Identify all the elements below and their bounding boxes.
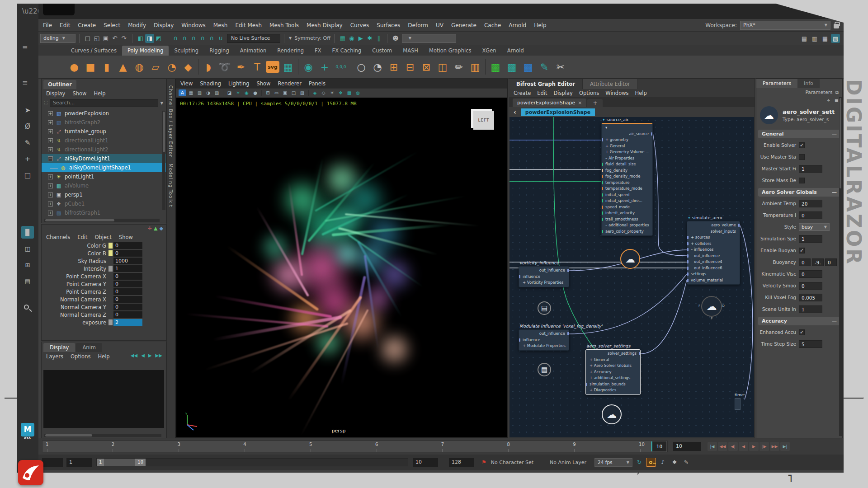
gate-mask-icon[interactable]: ◑ [204,89,212,96]
channel-value[interactable]: 0 [113,311,142,318]
node-port-row[interactable]: out_influence6 [687,265,740,272]
marquee-tool-icon[interactable]: □ [21,169,34,182]
transport-play-forward-button[interactable]: ▶ [749,442,759,451]
outliner-item-aiSkyDomeLightShape1[interactable]: ◍aiSkyDomeLightShape1 [42,163,166,172]
playback-end-field[interactable]: 10 [413,458,438,467]
lasso-tool-icon[interactable]: Ø [21,120,34,133]
outliner-menu-help[interactable]: Help [94,90,105,97]
menu-select[interactable]: Select [104,22,120,28]
graph-menu-help[interactable]: Help [635,90,647,96]
node-port-row[interactable]: initial_speed [602,192,652,198]
workspace-select[interactable]: PhX*▼ [740,21,830,30]
cube-icon[interactable]: ❖ [337,89,344,96]
key-icon[interactable]: ◆ [160,225,163,231]
svg-tool-icon[interactable]: svg [266,61,279,73]
sun-icon[interactable]: ☀ [328,89,336,96]
sculpt-icon[interactable]: ◗ [201,58,216,75]
node-port-row[interactable]: influence [519,337,569,343]
origin-icon[interactable]: 0,0,0 [333,58,349,75]
shelf-tab-poly-modeling[interactable]: Poly Modeling [122,46,169,56]
node-thumb-icon[interactable]: ☁FDP [701,296,722,317]
menu-uv[interactable]: UV [436,22,443,28]
node-body[interactable]: out_influenceinfluence+ Vorticity Proper… [519,266,569,287]
select-tool-icon[interactable]: ➤ [21,104,34,117]
node-thumb-icon[interactable]: ☁ [602,404,622,424]
outliner-vscrollbar[interactable] [162,111,165,210]
outliner-item-turntable_group[interactable]: +⤢turntable_group [42,127,166,136]
param-checkbox[interactable] [799,178,805,183]
teal-set-icon[interactable]: ▩ [504,58,519,75]
platonic-icon[interactable]: ◆ [180,58,196,75]
multicut-icon[interactable]: ✏ [451,58,467,75]
node-port-row[interactable]: speed_mode [602,204,652,211]
node-port-row[interactable]: + Modulate Properties [519,343,569,349]
outliner-item-bifrostGraph1[interactable]: +▧bifrostGraph1 [42,208,166,217]
node-port-row[interactable]: trail_smoothness [602,216,652,223]
save-scene-icon[interactable]: ▣ [101,34,110,43]
snap-projected-icon[interactable]: ∩ [198,34,207,43]
param-field[interactable]: 0.005 [799,294,822,301]
new-tab-button[interactable]: + [587,99,603,107]
port-input[interactable] [687,272,689,276]
param-field[interactable]: 0 [799,258,811,266]
node-port-row[interactable]: + Geometry Volume ... [602,149,652,155]
channel-menu-edit[interactable]: Edit [77,234,87,240]
node-port-row[interactable]: – Air Properties [602,155,652,162]
node-port-row[interactable]: solver_inputs [687,229,740,235]
poly-cone-icon[interactable]: ▲ [115,58,131,75]
param-checkbox[interactable]: ✓ [799,248,805,253]
outliner-item-aiVolume[interactable]: +▦aiVolume [42,181,166,190]
transport-step-back-button[interactable]: ◀| [728,442,738,451]
port-input[interactable] [602,163,603,166]
port-input[interactable] [602,230,603,233]
collapse-icon[interactable]: — [832,131,837,137]
shelf-tab-mash[interactable]: MASH [397,46,424,56]
node-body[interactable]: ▾air_source+ geometry+ General+ Geometry… [601,123,653,236]
toggle-attribute-editor-icon[interactable]: ▧ [831,34,840,43]
port-input[interactable] [687,279,689,282]
sphere2-icon[interactable]: ◍ [354,89,362,96]
anim-prefs-icon[interactable]: ✱ [670,458,679,467]
poly-disc-icon[interactable]: ◔ [164,58,179,75]
layout-split-icon[interactable]: ⊞ [21,258,34,271]
port-input[interactable] [602,138,603,141]
paint-select-tool-icon[interactable]: ✎ [21,136,34,149]
back-icon[interactable]: ‹ [514,108,516,116]
manipulator-icon[interactable]: ✛ [148,225,152,231]
channel-value[interactable]: 1 [113,265,142,272]
snap-point-icon[interactable]: ∩ [189,34,198,43]
shaded-icon[interactable]: ▣ [281,89,289,96]
param-field[interactable]: 0 [825,258,837,266]
param-field[interactable]: 5 [799,340,822,348]
lock-icon[interactable] [834,24,839,28]
port-output[interactable] [651,132,652,136]
port-input[interactable] [602,211,603,215]
menu-windows[interactable]: Windows [181,22,206,28]
shelf-tab-xgen[interactable]: XGen [476,46,501,56]
move-tool-icon[interactable]: + [21,153,34,165]
expand-toggle[interactable]: + [48,129,53,134]
expand-toggle[interactable]: + [48,183,53,188]
wireframe-icon[interactable]: ▭ [273,89,280,96]
character-set-label[interactable]: No Character Set [491,460,533,465]
pin-icon[interactable]: ⌖ [827,98,830,103]
res-gate-icon[interactable]: ◪ [226,89,233,96]
shelf-tab-custom[interactable]: Custom [367,46,397,56]
render-view-icon[interactable]: ▦ [338,34,347,43]
current-frame-field[interactable]: 10 [673,442,701,451]
node-port-row[interactable]: influence [519,274,569,280]
toggle-xgen-icon[interactable]: ▥ [810,34,819,43]
menu-generate[interactable]: Generate [451,22,476,28]
sound-icon[interactable]: ♪ [658,458,668,467]
expand-toggle[interactable]: + [48,120,53,125]
grid-icon[interactable]: ▦ [187,89,195,96]
channel-value[interactable]: 0 [113,250,142,257]
expand-toggle[interactable]: + [48,111,53,116]
node-thumb-icon[interactable]: ▤ [538,363,551,376]
channel-value[interactable]: 0 [113,273,142,280]
transport-play-back-button[interactable]: ◀ [739,442,748,451]
expand-toggle[interactable]: + [48,147,53,152]
node-body[interactable]: out_influenceinfluence+ Modulate Propert… [519,329,569,351]
outliner-item-persp1[interactable]: +▣persp1 [42,190,166,199]
ao-icon[interactable]: ● [251,89,259,96]
